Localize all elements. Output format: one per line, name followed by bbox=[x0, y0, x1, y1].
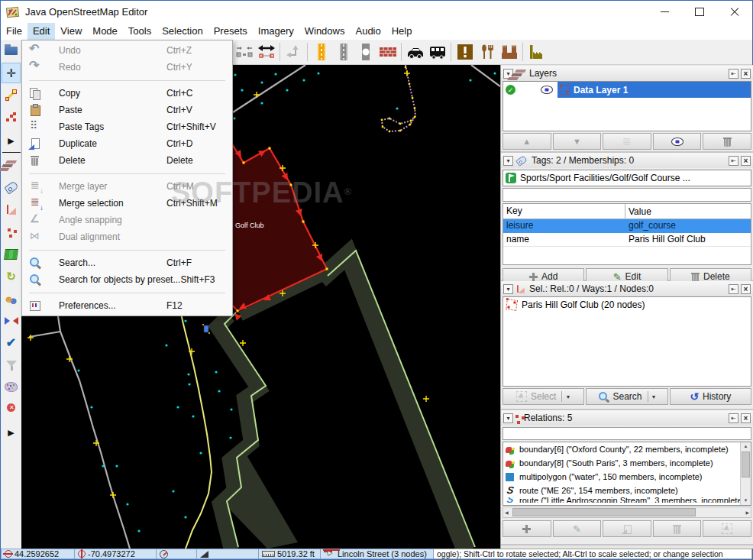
menubar-item[interactable]: Imagery bbox=[253, 23, 299, 40]
layer-move-up-button[interactable] bbox=[503, 133, 551, 150]
factory-icon[interactable] bbox=[525, 41, 548, 63]
scroll-left-icon[interactable]: ◀ bbox=[505, 510, 509, 515]
preset-row[interactable]: Sports/Sport Facilities/Golf/Golf Course… bbox=[503, 170, 751, 186]
edit-menu-item[interactable]: Dual alignment bbox=[22, 228, 232, 245]
menubar-item[interactable]: Audio bbox=[350, 23, 386, 40]
wall-icon[interactable] bbox=[376, 41, 399, 63]
relation-row[interactable]: boundary[6] ("Oxford County", 22 members… bbox=[503, 442, 741, 456]
edit-menu-item[interactable]: Undo Ctrl+Z bbox=[22, 42, 232, 59]
menubar-item[interactable]: Mode bbox=[87, 23, 123, 40]
menubar-item[interactable]: Tools bbox=[123, 23, 157, 40]
expand-panels-icon[interactable] bbox=[2, 421, 21, 442]
tag-row[interactable]: leisure golf_course bbox=[503, 219, 751, 233]
close-panel-icon[interactable]: × bbox=[741, 156, 751, 166]
collapse-icon[interactable]: ▾ bbox=[503, 413, 513, 423]
chevron-down-icon[interactable]: ▼ bbox=[648, 391, 657, 402]
history-button[interactable]: History bbox=[670, 388, 751, 405]
close-panel-icon[interactable]: × bbox=[741, 69, 751, 79]
edit-menu-item[interactable] bbox=[22, 169, 232, 178]
edit-relation-button[interactable] bbox=[553, 520, 602, 537]
tag-row[interactable]: name Paris Hill Golf Club bbox=[503, 233, 751, 247]
unglue-ways-icon[interactable] bbox=[255, 41, 277, 63]
layer-delete-button[interactable] bbox=[703, 133, 751, 150]
edit-menu-item[interactable]: Search... Ctrl+F bbox=[22, 254, 232, 271]
castle-icon[interactable] bbox=[498, 41, 520, 63]
stick-icon[interactable]: ⇤ bbox=[729, 69, 738, 79]
add-relation-button[interactable] bbox=[503, 520, 551, 537]
layers-toggle-icon[interactable] bbox=[2, 155, 21, 176]
selection-toggle-icon[interactable] bbox=[2, 199, 21, 220]
edit-menu-item[interactable]: Redo Ctrl+Y bbox=[22, 59, 232, 76]
edit-menu-item[interactable]: Delete Delete bbox=[22, 152, 232, 169]
close-panel-icon[interactable]: × bbox=[741, 413, 751, 423]
menubar-item[interactable]: Presets bbox=[208, 23, 253, 40]
issues-toggle-icon[interactable] bbox=[2, 399, 21, 419]
collapse-icon[interactable]: ▾ bbox=[503, 284, 513, 294]
stick-icon[interactable]: ⇤ bbox=[729, 156, 738, 166]
open-file-icon[interactable] bbox=[2, 40, 21, 61]
edit-menu-item[interactable]: Preferences... F12 bbox=[22, 297, 232, 314]
move-node-arrow-icon[interactable] bbox=[283, 41, 305, 63]
close-button[interactable] bbox=[717, 1, 752, 23]
close-panel-icon[interactable]: × bbox=[741, 284, 751, 294]
menubar-item[interactable]: Windows bbox=[299, 23, 351, 40]
edit-menu-item[interactable]: Paste Tags Ctrl+Shift+V bbox=[22, 118, 232, 135]
scroll-right-icon[interactable]: ▶ bbox=[745, 510, 749, 515]
menubar-item[interactable]: Edit bbox=[27, 23, 55, 40]
search-button[interactable]: Search▼ bbox=[586, 388, 667, 405]
bus-icon[interactable] bbox=[426, 41, 448, 63]
maximize-button[interactable] bbox=[682, 1, 717, 23]
edit-menu-item[interactable]: Angle snapping bbox=[22, 212, 232, 228]
edit-menu-item[interactable]: Search for objects by preset... Shift+F3 bbox=[22, 271, 232, 288]
relations-filter-input[interactable] bbox=[503, 427, 751, 440]
conflict-toggle-icon[interactable] bbox=[2, 310, 21, 331]
relation-row[interactable]: boundary[8] ("South Paris", 3 members, i… bbox=[503, 456, 741, 470]
stick-icon[interactable]: ⇤ bbox=[729, 413, 738, 423]
minimize-button[interactable] bbox=[647, 1, 682, 23]
duplicate-relation-button[interactable] bbox=[603, 520, 651, 537]
edit-menu-item[interactable]: Copy Ctrl+C bbox=[22, 85, 232, 102]
delete-relation-button[interactable] bbox=[653, 520, 702, 537]
menubar-item[interactable]: Help bbox=[386, 23, 418, 40]
preset-input[interactable] bbox=[503, 188, 751, 202]
select-relation-button[interactable] bbox=[703, 520, 751, 537]
edit-menu-item[interactable]: Paste Ctrl+V bbox=[22, 102, 232, 118]
edit-menu-item[interactable] bbox=[22, 288, 232, 297]
select-button[interactable]: Select▼ bbox=[503, 388, 584, 405]
selection-list-item[interactable]: Paris Hill Golf Club (20 nodes) bbox=[503, 297, 751, 312]
layer-visibility-button[interactable] bbox=[653, 133, 702, 150]
menubar-item[interactable]: File bbox=[1, 23, 27, 40]
edit-menu-item[interactable]: Duplicate Ctrl+D bbox=[22, 135, 232, 152]
select-move-tool[interactable] bbox=[2, 63, 21, 83]
layer-row[interactable]: Data Layer 1 bbox=[503, 82, 751, 98]
command-stack-icon[interactable] bbox=[2, 266, 21, 286]
authors-toggle-icon[interactable] bbox=[2, 288, 21, 309]
collapse-icon[interactable]: ▾ bbox=[503, 69, 513, 79]
filter-toggle-icon[interactable] bbox=[2, 354, 21, 375]
stick-icon[interactable]: ⇤ bbox=[729, 284, 738, 294]
scrollbar-thumb[interactable] bbox=[742, 452, 750, 477]
expand-tools-icon[interactable] bbox=[2, 129, 21, 150]
mini-roundabout-icon[interactable] bbox=[354, 41, 376, 63]
map-styles-icon[interactable] bbox=[2, 377, 21, 397]
validator-toggle-icon[interactable] bbox=[2, 332, 21, 353]
road-primary-icon[interactable] bbox=[310, 41, 332, 63]
road-residential-icon[interactable] bbox=[332, 41, 354, 63]
draw-node-tool[interactable] bbox=[2, 85, 21, 105]
layer-move-down-button[interactable] bbox=[553, 133, 602, 150]
layer-active-check-icon[interactable] bbox=[506, 85, 515, 95]
edit-menu-item[interactable]: Merge layer Ctrl+M bbox=[22, 178, 232, 195]
relations-toggle-icon[interactable] bbox=[2, 222, 21, 242]
collapse-icon[interactable]: ▾ bbox=[503, 156, 513, 166]
hazard-icon[interactable] bbox=[454, 41, 476, 63]
edit-menu-item[interactable] bbox=[22, 76, 232, 85]
key-column-header[interactable]: Key bbox=[503, 204, 625, 218]
menubar-item[interactable]: View bbox=[55, 23, 87, 40]
relation-row[interactable]: route ("Little Androscoggin Stream", 3 m… bbox=[503, 497, 741, 503]
relation-row[interactable]: multipolygon ("water", 150 members, inco… bbox=[503, 470, 741, 484]
restaurant-icon[interactable] bbox=[476, 41, 498, 63]
minimap-toggle-icon[interactable] bbox=[2, 244, 21, 264]
relation-row[interactable]: route ("ME 26", 154 members, incomplete) bbox=[503, 484, 741, 497]
layer-merge-button[interactable] bbox=[603, 133, 651, 150]
chevron-down-icon[interactable]: ▼ bbox=[561, 391, 570, 402]
